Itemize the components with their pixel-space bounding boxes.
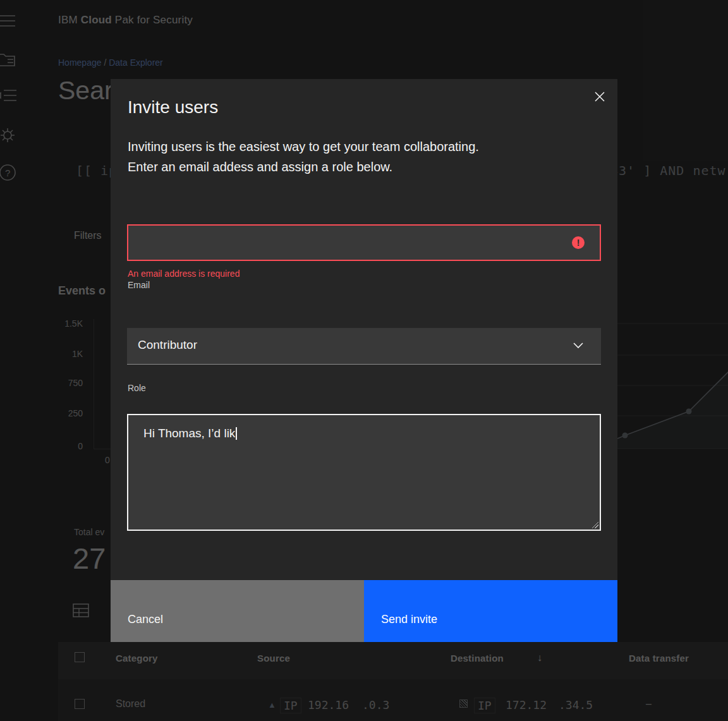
modal-title: Invite users bbox=[128, 97, 218, 118]
role-label: Role bbox=[128, 383, 146, 393]
app-window: IBM Cloud Pak for Security ? Homepage / … bbox=[0, 0, 728, 721]
modal-description-line2: Enter an email addess and assign a role … bbox=[128, 157, 583, 177]
message-textarea[interactable]: Hi Thomas, I’d lik bbox=[127, 414, 601, 531]
modal-footer: Cancel Send invite bbox=[111, 580, 617, 642]
close-button[interactable] bbox=[585, 82, 615, 112]
send-invite-button[interactable]: Send invite bbox=[364, 580, 617, 642]
email-error-message: An email address is required bbox=[128, 269, 240, 279]
invite-users-modal: Invite users Inviting users is the easie… bbox=[111, 79, 617, 642]
email-label: Email bbox=[128, 280, 150, 290]
resize-handle-icon[interactable] bbox=[592, 521, 598, 528]
modal-description: Inviting users is the easiest way to get… bbox=[128, 136, 583, 177]
email-field[interactable]: ! bbox=[127, 224, 601, 261]
cancel-button[interactable]: Cancel bbox=[111, 580, 364, 642]
role-dropdown[interactable]: Contributor bbox=[127, 328, 601, 365]
role-selected-value: Contributor bbox=[138, 338, 197, 352]
text-cursor bbox=[236, 427, 237, 440]
chevron-down-icon bbox=[573, 342, 583, 349]
error-icon: ! bbox=[572, 236, 585, 249]
close-icon bbox=[595, 92, 605, 102]
modal-description-line1: Inviting users is the easiest way to get… bbox=[128, 136, 583, 157]
message-value: Hi Thomas, I’d lik bbox=[143, 427, 235, 440]
